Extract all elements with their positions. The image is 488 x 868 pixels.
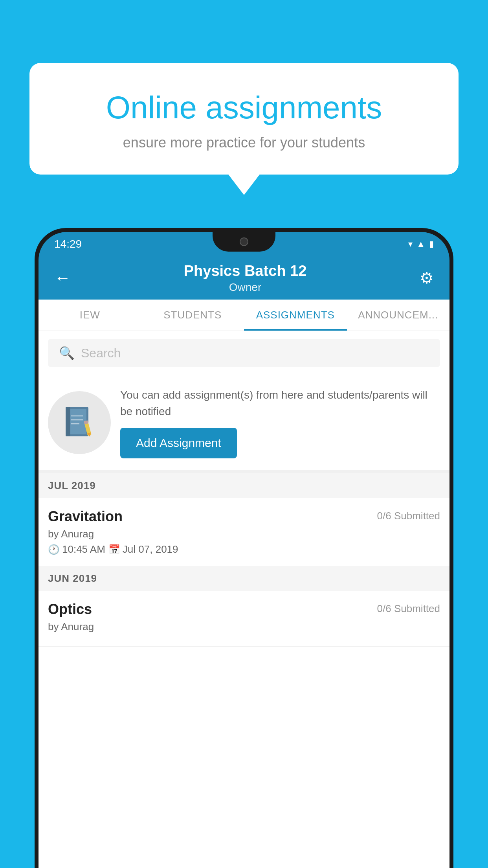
search-bar[interactable]: 🔍 Search bbox=[48, 339, 440, 367]
notch bbox=[213, 232, 275, 252]
assignment-name: Gravitation bbox=[48, 508, 123, 525]
status-time: 14:29 bbox=[54, 238, 82, 250]
notebook-icon bbox=[62, 405, 97, 440]
camera bbox=[240, 237, 248, 246]
time-meta: 🕐 10:45 AM bbox=[48, 543, 105, 555]
svg-rect-1 bbox=[68, 409, 86, 434]
speech-bubble: Online assignments ensure more practice … bbox=[29, 63, 459, 175]
app-bar: ← Physics Batch 12 Owner ⚙ bbox=[39, 256, 449, 300]
promo-icon-circle bbox=[48, 391, 111, 454]
battery-icon: ▮ bbox=[429, 239, 434, 249]
assignment-item-gravitation[interactable]: Gravitation 0/6 Submitted by Anurag 🕐 10… bbox=[39, 498, 449, 566]
phone-frame: 14:29 ▾ ▲ ▮ ← Physics Batch 12 Owner ⚙ I… bbox=[35, 228, 453, 868]
tabs-bar: IEW STUDENTS ASSIGNMENTS ANNOUNCEM... bbox=[39, 300, 449, 331]
clock-icon: 🕐 bbox=[48, 544, 60, 555]
promo-description: You can add assignment(s) from here and … bbox=[120, 387, 440, 420]
assignment-row-top-optics: Optics 0/6 Submitted bbox=[48, 601, 440, 618]
promo-content: You can add assignment(s) from here and … bbox=[120, 387, 440, 458]
add-assignment-button[interactable]: Add Assignment bbox=[120, 428, 237, 458]
phone-inner: 14:29 ▾ ▲ ▮ ← Physics Batch 12 Owner ⚙ I… bbox=[39, 232, 449, 868]
tab-announcements[interactable]: ANNOUNCEM... bbox=[347, 300, 450, 331]
bubble-title: Online assignments bbox=[61, 90, 427, 125]
assignment-item-optics[interactable]: Optics 0/6 Submitted by Anurag bbox=[39, 591, 449, 647]
tab-iew[interactable]: IEW bbox=[39, 300, 141, 331]
search-container: 🔍 Search bbox=[39, 331, 449, 375]
assignment-row-top: Gravitation 0/6 Submitted bbox=[48, 508, 440, 525]
section-header-jul: JUL 2019 bbox=[39, 473, 449, 498]
wifi-icon: ▾ bbox=[408, 239, 413, 249]
assignment-time: 10:45 AM bbox=[62, 543, 105, 555]
tab-assignments[interactable]: ASSIGNMENTS bbox=[244, 300, 347, 331]
search-placeholder: Search bbox=[81, 346, 121, 360]
assignment-name-optics: Optics bbox=[48, 601, 92, 618]
assignment-by: by Anurag bbox=[48, 528, 440, 540]
assignment-submitted-optics: 0/6 Submitted bbox=[377, 603, 440, 615]
status-bar: 14:29 ▾ ▲ ▮ bbox=[39, 232, 449, 256]
tab-students[interactable]: STUDENTS bbox=[141, 300, 244, 331]
svg-rect-2 bbox=[66, 407, 70, 436]
assignment-submitted: 0/6 Submitted bbox=[377, 510, 440, 522]
bubble-subtitle: ensure more practice for your students bbox=[61, 134, 427, 151]
speech-bubble-container: Online assignments ensure more practice … bbox=[29, 63, 459, 175]
batch-owner: Owner bbox=[75, 281, 416, 294]
screen-content: 🔍 Search bbox=[39, 331, 449, 868]
search-icon: 🔍 bbox=[59, 346, 75, 360]
app-bar-title: Physics Batch 12 Owner bbox=[75, 263, 416, 294]
date-meta: 📅 Jul 07, 2019 bbox=[108, 543, 178, 555]
calendar-icon: 📅 bbox=[108, 544, 120, 555]
batch-title: Physics Batch 12 bbox=[75, 263, 416, 280]
settings-button[interactable]: ⚙ bbox=[416, 265, 438, 291]
promo-section: You can add assignment(s) from here and … bbox=[39, 375, 449, 473]
signal-icon: ▲ bbox=[416, 239, 425, 249]
section-header-jun: JUN 2019 bbox=[39, 566, 449, 591]
assignment-meta: 🕐 10:45 AM 📅 Jul 07, 2019 bbox=[48, 543, 440, 555]
assignment-by-optics: by Anurag bbox=[48, 621, 440, 633]
status-icons: ▾ ▲ ▮ bbox=[408, 239, 434, 249]
back-button[interactable]: ← bbox=[50, 265, 75, 291]
assignment-date: Jul 07, 2019 bbox=[123, 543, 178, 555]
